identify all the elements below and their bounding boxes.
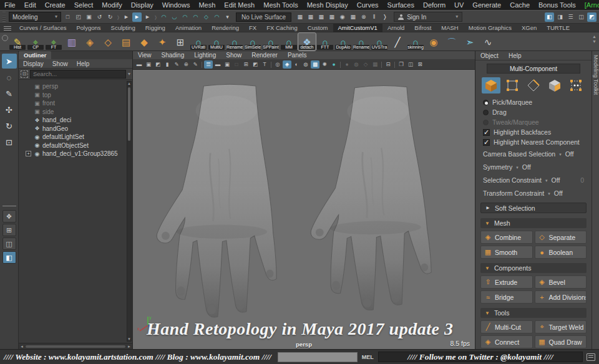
shelf-tab[interactable]: Arnold <box>382 24 409 32</box>
menu-item[interactable]: Windows <box>158 0 195 10</box>
outliner-horizontal-scrollbar[interactable]: ◄ ► <box>19 343 132 349</box>
knife-shelf-item[interactable]: ╱ <box>389 33 406 50</box>
rename-shelf-item[interactable]: ∩ Rename <box>226 33 243 50</box>
menu-item[interactable]: Bonus Tools <box>534 0 580 10</box>
camera-based-selection-dropdown[interactable]: Camera Based Selection ▾ Off <box>475 147 592 160</box>
exposure-icon[interactable]: ▦ <box>371 60 379 69</box>
rotate-tool[interactable]: ↻ <box>2 118 17 133</box>
textured-icon[interactable]: ⊞ <box>241 60 250 69</box>
shelf-tab-amitcustomv1[interactable]: AmitCustomV1 <box>333 24 382 32</box>
select-hierarchy-icon[interactable]: ► <box>122 12 131 22</box>
snap-options-caret-icon[interactable]: ▾ <box>223 12 232 22</box>
scroll-right-icon[interactable]: ► <box>127 345 131 348</box>
multiu-shelf-item[interactable]: ∩ MultiU <box>208 33 225 50</box>
outliner-vertical-scrollbar[interactable]: ▲ ▼ <box>127 81 132 342</box>
ftt-shelf-item[interactable]: ∩ FTT <box>316 33 334 50</box>
filter-icon[interactable]: ⊡ <box>21 70 28 78</box>
pick-marquee-radio[interactable]: Pick/Marquee <box>475 97 592 107</box>
menu-item[interactable]: Display <box>127 0 158 10</box>
help-line[interactable]: //// Follow me on Twitter : @kolayamit /… <box>378 352 583 362</box>
select-component-icon[interactable]: ► <box>143 12 152 22</box>
hist-shelf-item[interactable]: ✎ Hist <box>9 33 26 50</box>
ipr-render-icon[interactable]: ▦ <box>306 12 315 22</box>
attribute-editor-toggle-icon[interactable]: ◧ <box>545 12 554 22</box>
spread-shelf-item[interactable]: ◆ <box>135 33 153 50</box>
combine-button[interactable]: ◈ Combine <box>480 231 533 244</box>
snap-projected-center-icon[interactable]: ◠ <box>191 12 200 22</box>
connect-button[interactable]: ◈ Connect <box>480 335 533 348</box>
hypershade-icon[interactable]: ◉ <box>338 12 347 22</box>
menu-set-select[interactable]: Modeling ▾ <box>9 12 61 22</box>
outliner-item-group[interactable]: + ◉ hand_deci_v1:Group32865 <box>22 150 132 158</box>
bookmark-icon[interactable]: ▮ <box>163 60 172 69</box>
make-live-icon[interactable]: ◠ <box>212 12 222 22</box>
modeling-toolkit-tab[interactable]: Modeling Toolkit <box>593 55 599 95</box>
viewport-menu-item[interactable]: Lighting <box>189 52 221 59</box>
redo-icon[interactable]: ↻ <box>105 12 115 22</box>
render-settings-icon[interactable]: ▦ <box>327 12 336 22</box>
shelf-tab[interactable]: Custom <box>303 24 333 32</box>
pause-viewport-icon[interactable]: ‖ <box>369 12 379 22</box>
shelf-tab[interactable]: Rigging <box>140 24 170 32</box>
xray-joints-icon[interactable]: ◇ <box>361 60 370 69</box>
symmetry-dropdown[interactable]: Symmetry ▾ Off <box>475 160 592 173</box>
platypus-shelf-item[interactable]: ◉ <box>425 33 442 50</box>
outliner-menu-item[interactable]: Help <box>72 60 94 67</box>
sprinkle-shelf-item[interactable]: ✦ <box>153 33 171 50</box>
xray-icon[interactable]: ◍ <box>352 60 361 69</box>
select-object-icon[interactable]: ► <box>132 12 142 22</box>
occlusion-icon[interactable]: ◍ <box>301 60 310 69</box>
snap-view-plane-icon[interactable]: ◇ <box>202 12 211 22</box>
detach-shelf-item[interactable]: ❖ detach <box>298 33 316 50</box>
panel-menu-item[interactable]: Object <box>475 52 504 59</box>
dupalo-shelf-item[interactable]: ∩ DupAlo <box>334 33 352 50</box>
save-scene-icon[interactable]: ▣ <box>84 12 94 22</box>
highlight-nearest-component-checkbox[interactable]: Highlight Nearest Component <box>475 137 592 147</box>
move-tool[interactable]: ✣ <box>2 102 17 117</box>
multi-component-mode-button[interactable] <box>567 77 585 93</box>
outliner-item-hand-deci[interactable]: ❖ hand_deci <box>22 116 132 125</box>
wireframe-icon[interactable]: ☰ <box>204 60 213 69</box>
scroll-left-icon[interactable]: ◄ <box>20 345 24 348</box>
grid-shelf-item[interactable]: ⊞ <box>172 33 189 50</box>
paint-select-tool[interactable]: ✎ <box>2 86 17 101</box>
uvrati-shelf-item[interactable]: ∩ UVRati <box>190 33 207 50</box>
separate-button[interactable]: ◇ Separate <box>535 231 587 244</box>
shelf-scroll-arrows[interactable]: ▲ ▼ <box>592 33 598 44</box>
outliner-persp-layout-button[interactable]: ◧ <box>2 251 16 264</box>
python-shelf-item[interactable]: ∿ <box>479 33 497 50</box>
script-editor-icon[interactable] <box>587 353 595 361</box>
open-scene-icon[interactable]: ◰ <box>74 12 83 22</box>
all-lights-icon[interactable]: ◈ <box>283 60 291 69</box>
light-icon[interactable]: ✺ <box>320 60 329 69</box>
panel-menu-item[interactable]: Help <box>504 52 527 59</box>
separate-shelf-item[interactable]: ◇ <box>99 33 117 50</box>
menu-item[interactable]: Cache <box>505 0 534 10</box>
flat-shade-icon[interactable]: ▣ <box>223 60 231 69</box>
bounding-box-icon[interactable]: □ <box>232 60 241 69</box>
menu-item[interactable]: Create <box>41 0 70 10</box>
mel-label[interactable]: MEL <box>358 354 378 360</box>
soft-selection-section[interactable]: ► Soft Selection <box>480 203 587 213</box>
edge-mode-button[interactable] <box>524 77 543 93</box>
camera-attributes-icon[interactable]: ◩ <box>153 60 162 69</box>
scroll-down-icon[interactable]: ▼ <box>127 337 131 341</box>
simsele-shelf-item[interactable]: ∩ SimSele <box>244 33 261 50</box>
components-section-header[interactable]: ▼ Components <box>480 263 587 273</box>
gamma-icon[interactable]: ⊟ <box>384 60 392 69</box>
sign-in-button[interactable]: Sign In ▾ <box>394 12 462 22</box>
menu-item[interactable]: Generate <box>468 0 505 10</box>
drag-radio[interactable]: Drag <box>475 107 592 117</box>
vertex-mode-button[interactable] <box>503 77 522 93</box>
use-default-material-icon[interactable]: ◩ <box>251 60 260 69</box>
chevron-down-icon[interactable]: ▾ <box>128 72 130 77</box>
render-icon[interactable]: ▦ <box>295 12 304 22</box>
shelf-menu-icon[interactable] <box>4 26 11 31</box>
shelf-tab[interactable]: FX <box>244 24 261 32</box>
tweak-marquee-radio[interactable]: Tweak/Marquee <box>475 117 592 127</box>
shelf-tab[interactable]: Bifrost <box>409 24 436 32</box>
menu-item[interactable]: Deform <box>419 0 450 10</box>
menu-item[interactable]: Surfaces <box>383 0 419 10</box>
four-pane-layout-button[interactable]: ⊞ <box>2 224 16 236</box>
highlight-backfaces-checkbox[interactable]: Highlight Backfaces <box>475 127 592 137</box>
